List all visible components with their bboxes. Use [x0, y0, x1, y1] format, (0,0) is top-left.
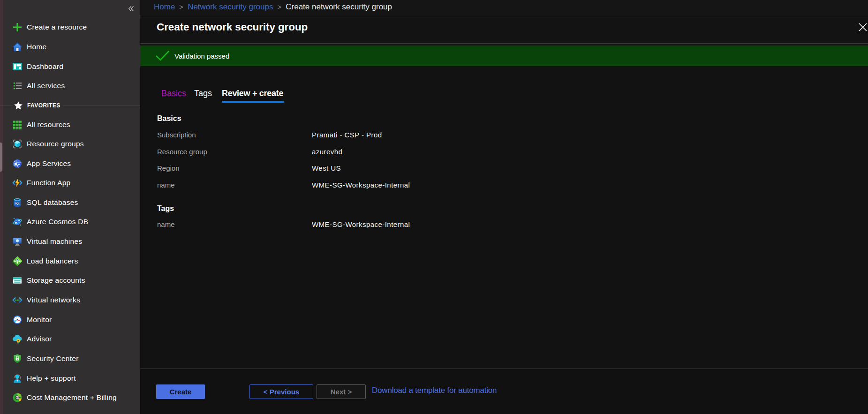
- svg-text:$: $: [16, 396, 18, 399]
- svg-text:SQL: SQL: [15, 202, 21, 205]
